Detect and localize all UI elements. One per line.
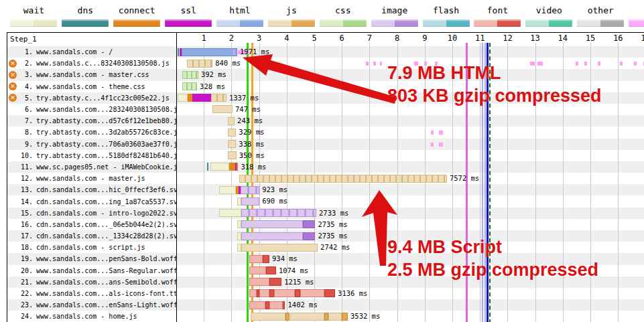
segment-js[interactable] [212, 105, 233, 113]
request-row-label[interactable]: 11.www.sc.pages05.net - iMAWebCookie.js [7, 161, 176, 173]
request-number: 15. [18, 210, 33, 217]
request-row-label[interactable]: 18.cdn.sandals.com - script.js [7, 242, 176, 253]
axis-tick-label: 5 [312, 33, 316, 43]
segment-font2[interactable] [283, 301, 285, 309]
legend-item-css: css [317, 0, 369, 31]
request-row-label[interactable]: 13.cdn.sandals.com...hic_0ffecf3ef6.svg [7, 184, 176, 195]
segment-js[interactable] [251, 313, 285, 321]
segment-js[interactable] [328, 313, 342, 321]
segment-image[interactable] [241, 209, 316, 217]
request-row-label[interactable]: 19.www.sandals.com...penSans-Bold.woff2 [7, 253, 176, 264]
request-row-label[interactable]: 6.www.sandals.com...283240308130508.js [7, 104, 176, 115]
segment-dns[interactable] [207, 163, 208, 171]
segment-font2[interactable] [265, 301, 270, 309]
segment-font[interactable] [249, 301, 265, 309]
segment-font[interactable] [300, 289, 324, 297]
segment-font2[interactable] [266, 266, 275, 274]
legend-item-flash: flash [420, 0, 472, 31]
request-row-label[interactable]: 7.try.abtasty.com...d57c6f12e1beb80.js [7, 115, 176, 127]
request-row-label[interactable]: 8.try.abtasty.com...3d2ab55726c83ce.js [7, 127, 176, 138]
request-row-label[interactable]: 1.www.sandals.com - / [7, 46, 176, 58]
segment-font[interactable] [249, 255, 263, 263]
segment-font2[interactable] [269, 289, 274, 297]
segment-js2[interactable] [342, 313, 348, 321]
segment-js[interactable] [290, 313, 325, 321]
request-url: try.abtasty.com...5180df82481b640.js [33, 152, 176, 159]
request-row-label[interactable]: 22.www.sandals.com...als-icons-font.ttf [7, 288, 176, 299]
segment-font[interactable] [259, 289, 269, 297]
segment-js[interactable] [228, 151, 237, 159]
segment-wait[interactable] [178, 94, 188, 102]
segment-font2[interactable] [263, 255, 269, 263]
segment-js[interactable] [228, 140, 237, 148]
segment-font2[interactable] [295, 289, 300, 297]
axis-tick-label: 15 [586, 33, 595, 43]
legend-label: dns [78, 5, 93, 16]
segment-js[interactable] [239, 175, 447, 183]
request-url: cdn.sandals.com..._06e5b044e2(2).svg [33, 221, 176, 228]
request-row-label[interactable]: 20.www.sandals.com...Sans-Regular.woff2 [7, 265, 176, 276]
request-row-label[interactable]: ✕4.www.sandals.com - theme.css [7, 81, 176, 92]
request-time-label: 338 ms [239, 139, 264, 150]
segment-font[interactable] [269, 301, 282, 309]
request-row-label[interactable]: ✕2.www.sandals.c...83240308130508.js [7, 58, 176, 69]
segment-image2[interactable] [303, 232, 316, 240]
request-number: 14. [18, 198, 33, 206]
request-time-label: 392 ms [201, 69, 227, 80]
segment-connect[interactable] [188, 94, 192, 102]
segment-font[interactable] [249, 266, 267, 274]
request-time-label: 2735 ms [318, 219, 347, 230]
segment-image[interactable] [241, 197, 259, 206]
js-execution-mark [620, 62, 623, 66]
segment-image2[interactable] [303, 220, 316, 228]
segment-font2[interactable] [324, 289, 335, 297]
request-number: 22. [18, 290, 33, 297]
request-row-label[interactable]: 17.cdn.sandals.com..._1334c28d28(2).svg [7, 230, 176, 242]
segment-html[interactable] [182, 48, 237, 56]
request-row-label[interactable]: ✕3.www.sandals.com - master.css [7, 69, 176, 80]
request-row-label[interactable]: 21.www.sandals.com...ans-Semibold.woff2 [7, 276, 176, 288]
legend-item-html: html [214, 0, 266, 31]
request-url: cdn.sandals.com...ing_1a87ca5537.svg [33, 198, 176, 206]
segment-js[interactable] [211, 94, 227, 102]
legend-swatch [62, 19, 109, 27]
axis-tick-label: 10 [448, 33, 457, 43]
request-row-label[interactable]: 24.www.sandals.com - home.js [7, 311, 176, 322]
request-row-label[interactable]: 16.cdn.sandals.com..._06e5b044e2(2).svg [7, 219, 176, 230]
request-number: 21. [18, 278, 33, 286]
segment-wait[interactable] [210, 163, 229, 171]
segment-wait[interactable] [219, 186, 236, 194]
segment-ssl[interactable] [192, 94, 211, 102]
segment-js2[interactable] [237, 163, 238, 171]
request-row-label[interactable]: 12.www.sandals.com - master.js [7, 173, 176, 184]
segment-connect[interactable] [229, 163, 235, 171]
segment-js[interactable] [187, 60, 212, 68]
segment-image[interactable] [241, 186, 259, 194]
segment-wait[interactable] [237, 197, 241, 206]
request-time-label: 690 ms [262, 195, 287, 207]
segment-font[interactable] [274, 289, 295, 297]
segment-image[interactable] [241, 232, 303, 240]
segment-js[interactable] [241, 244, 318, 252]
segment-css[interactable] [182, 82, 197, 90]
segment-css[interactable] [182, 71, 198, 79]
request-row-label[interactable]: 10.try.abtasty.com...5180df82481b640.js [7, 150, 176, 161]
legend-label: css [335, 5, 350, 16]
segment-wait[interactable] [219, 209, 241, 217]
legend: waitdnsconnectsslhtmljscssimageflashfont… [0, 0, 644, 31]
request-row-label[interactable]: 23.www.sandals.com...enSans-Light.woff2 [7, 299, 176, 311]
request-row-label[interactable]: 14.cdn.sandals.com...ing_1a87ca5537.svg [7, 195, 176, 207]
segment-font[interactable] [249, 278, 269, 286]
legend-label: font [487, 5, 508, 16]
segment-font2[interactable] [269, 278, 281, 286]
legend-label: ssl [180, 5, 196, 16]
request-row-label[interactable]: 9.try.abtasty.com...706a03603ae37f0.js [7, 139, 176, 150]
request-row-label[interactable]: 15.cdn.sandals.com - intro-logo2022.svg [7, 208, 176, 219]
segment-font[interactable] [249, 289, 257, 297]
request-row-label[interactable]: ✕5.try.abtasty.c...4f1cc23c005e22.js [7, 92, 176, 104]
segment-js[interactable] [228, 117, 235, 125]
segment-image[interactable] [241, 220, 303, 228]
axis-tick-label: 16 [613, 33, 623, 43]
segment-js[interactable] [228, 129, 237, 137]
request-url: try.abtasty.com...3d2ab55726c83ce.js [33, 129, 176, 136]
